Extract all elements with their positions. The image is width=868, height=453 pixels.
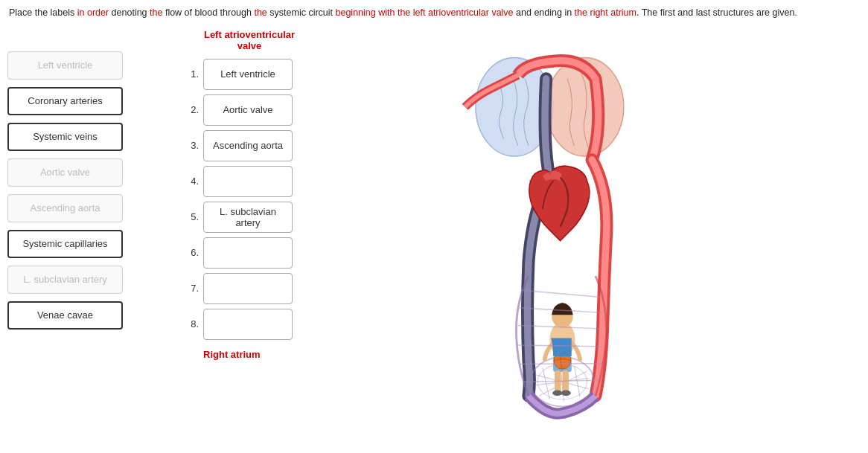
slot-number-1: 1. <box>182 68 199 80</box>
slot-box-7[interactable] <box>203 273 293 304</box>
diagram-column <box>301 29 861 438</box>
slot-box-8[interactable] <box>203 309 293 340</box>
slot-box-3[interactable]: Ascending aorta <box>203 130 293 161</box>
header-label: Left atrioventricular valve <box>204 29 295 51</box>
slots-footer: Right atrium <box>182 349 261 360</box>
slot-number-5: 5. <box>182 211 199 222</box>
label-venae-cavae[interactable]: Venae cavae <box>7 301 123 330</box>
slots-column: Left atrioventricular valve 1. Left vent… <box>182 29 301 360</box>
label-ascending-aorta[interactable]: Ascending aorta <box>7 194 123 222</box>
circulatory-diagram <box>403 36 760 438</box>
slots-header: Left atrioventricular valve <box>182 29 301 51</box>
slot-number-4: 4. <box>182 176 199 187</box>
slot-box-2[interactable]: Aortic valve <box>203 94 293 126</box>
label-systemic-veins[interactable]: Systemic veins <box>7 123 123 151</box>
svg-point-16 <box>552 390 562 396</box>
slot-row-7: 7. <box>182 273 301 304</box>
slot-number-3: 3. <box>182 140 199 151</box>
slot-row-5: 5. L. subclavian artery <box>182 202 301 233</box>
slot-box-6[interactable] <box>203 237 293 269</box>
footer-label: Right atrium <box>203 349 261 360</box>
slot-row-3: 3. Ascending aorta <box>182 130 301 161</box>
label-systemic-capillaries[interactable]: Systemic capillaries <box>7 230 123 258</box>
slot-row-6: 6. <box>182 237 301 269</box>
label-l-subclavian-artery[interactable]: L. subclavian artery <box>7 266 123 294</box>
slot-row-2: 2. Aortic valve <box>182 94 301 126</box>
slot-number-6: 6. <box>182 247 199 258</box>
slot-number-2: 2. <box>182 104 199 115</box>
label-left-ventricle[interactable]: Left ventricle <box>7 51 123 80</box>
slot-box-1[interactable]: Left ventricle <box>203 59 293 90</box>
svg-point-17 <box>561 390 570 396</box>
main-layout: Left ventricle Coronary arteries Systemi… <box>0 29 868 438</box>
slot-box-5[interactable]: L. subclavian artery <box>203 202 293 233</box>
slot-number-8: 8. <box>182 318 199 330</box>
instructions-text: Place the labels in order denoting the f… <box>0 0 819 26</box>
slot-row-1: 1. Left ventricle <box>182 59 301 90</box>
slot-row-8: 8. <box>182 309 301 340</box>
slot-row-4: 4. <box>182 166 301 197</box>
label-aortic-valve[interactable]: Aortic valve <box>7 158 123 187</box>
label-coronary-arteries[interactable]: Coronary arteries <box>7 87 123 115</box>
slot-number-7: 7. <box>182 283 199 294</box>
slot-box-4[interactable] <box>203 166 293 197</box>
labels-column: Left ventricle Coronary arteries Systemi… <box>7 29 123 330</box>
svg-line-23 <box>519 363 602 364</box>
